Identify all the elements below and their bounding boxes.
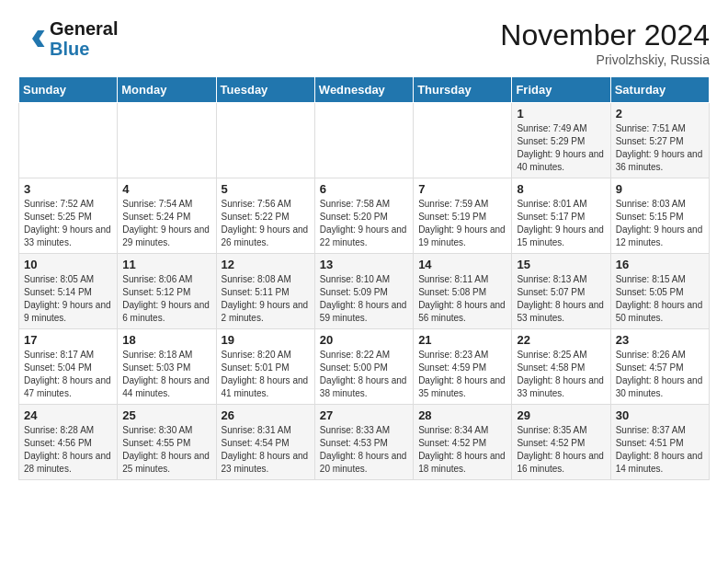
- day-number: 11: [122, 258, 210, 271]
- day-info: Sunrise: 8:18 AM Sunset: 5:03 PM Dayligh…: [122, 349, 210, 400]
- day-info: Sunrise: 8:13 AM Sunset: 5:07 PM Dayligh…: [517, 273, 605, 325]
- day-number: 12: [222, 258, 310, 271]
- day-number: 28: [418, 408, 506, 422]
- calendar-cell: 2Sunrise: 7:51 AM Sunset: 5:27 PM Daylig…: [610, 103, 709, 178]
- day-info: Sunrise: 8:15 AM Sunset: 5:05 PM Dayligh…: [616, 273, 704, 325]
- logo: General Blue: [18, 18, 118, 59]
- day-info: Sunrise: 8:25 AM Sunset: 4:58 PM Dayligh…: [517, 349, 605, 400]
- title-block: November 2024 Privolzhskiy, Russia: [500, 18, 710, 67]
- day-info: Sunrise: 8:23 AM Sunset: 4:59 PM Dayligh…: [418, 349, 506, 400]
- day-number: 25: [122, 408, 210, 422]
- day-number: 26: [222, 408, 310, 422]
- day-number: 24: [24, 408, 112, 422]
- day-number: 6: [320, 182, 408, 196]
- day-number: 16: [616, 258, 704, 271]
- page-header: General Blue November 2024 Privolzhskiy,…: [18, 18, 710, 67]
- calendar-cell: 5Sunrise: 7:56 AM Sunset: 5:22 PM Daylig…: [216, 178, 314, 254]
- day-number: 22: [517, 333, 605, 347]
- day-number: 19: [222, 333, 310, 347]
- calendar-cell: [414, 103, 512, 178]
- weekday-header-sunday: Sunday: [19, 77, 118, 103]
- day-number: 3: [24, 182, 112, 196]
- day-info: Sunrise: 8:01 AM Sunset: 5:17 PM Dayligh…: [517, 198, 605, 249]
- day-number: 1: [517, 107, 605, 121]
- day-info: Sunrise: 8:22 AM Sunset: 5:00 PM Dayligh…: [320, 349, 408, 400]
- week-row-3: 10Sunrise: 8:05 AM Sunset: 5:14 PM Dayli…: [19, 254, 710, 329]
- calendar-cell: 15Sunrise: 8:13 AM Sunset: 5:07 PM Dayli…: [512, 254, 610, 329]
- day-number: 29: [517, 408, 605, 422]
- calendar-cell: 3Sunrise: 7:52 AM Sunset: 5:25 PM Daylig…: [19, 178, 118, 254]
- calendar-cell: 9Sunrise: 8:03 AM Sunset: 5:15 PM Daylig…: [610, 178, 709, 254]
- calendar-cell: [216, 103, 314, 178]
- weekday-header-monday: Monday: [118, 77, 216, 103]
- day-number: 20: [320, 333, 408, 347]
- calendar-cell: 30Sunrise: 8:37 AM Sunset: 4:51 PM Dayli…: [610, 405, 709, 480]
- day-number: 2: [616, 107, 704, 121]
- week-row-4: 17Sunrise: 8:17 AM Sunset: 5:04 PM Dayli…: [19, 329, 710, 405]
- weekday-header-friday: Friday: [512, 77, 610, 103]
- calendar-cell: 18Sunrise: 8:18 AM Sunset: 5:03 PM Dayli…: [118, 329, 216, 405]
- day-number: 21: [418, 333, 506, 347]
- logo-icon: [18, 25, 46, 52]
- calendar-cell: [118, 103, 216, 178]
- day-info: Sunrise: 8:11 AM Sunset: 5:08 PM Dayligh…: [418, 273, 506, 325]
- week-row-5: 24Sunrise: 8:28 AM Sunset: 4:56 PM Dayli…: [19, 405, 710, 480]
- day-number: 7: [418, 182, 506, 196]
- location: Privolzhskiy, Russia: [500, 52, 710, 67]
- calendar-cell: 13Sunrise: 8:10 AM Sunset: 5:09 PM Dayli…: [314, 254, 413, 329]
- day-info: Sunrise: 8:31 AM Sunset: 4:54 PM Dayligh…: [222, 424, 310, 476]
- day-info: Sunrise: 8:33 AM Sunset: 4:53 PM Dayligh…: [320, 424, 408, 476]
- calendar-cell: 16Sunrise: 8:15 AM Sunset: 5:05 PM Dayli…: [610, 254, 709, 329]
- calendar-cell: 14Sunrise: 8:11 AM Sunset: 5:08 PM Dayli…: [414, 254, 512, 329]
- day-info: Sunrise: 8:35 AM Sunset: 4:52 PM Dayligh…: [517, 424, 605, 476]
- weekday-header-saturday: Saturday: [610, 77, 709, 103]
- day-number: 10: [24, 258, 112, 271]
- weekday-header-wednesday: Wednesday: [314, 77, 413, 103]
- day-info: Sunrise: 8:08 AM Sunset: 5:11 PM Dayligh…: [222, 273, 310, 325]
- calendar-cell: 8Sunrise: 8:01 AM Sunset: 5:17 PM Daylig…: [512, 178, 610, 254]
- day-info: Sunrise: 8:34 AM Sunset: 4:52 PM Dayligh…: [418, 424, 506, 476]
- week-row-1: 1Sunrise: 7:49 AM Sunset: 5:29 PM Daylig…: [19, 103, 710, 178]
- calendar-table: SundayMondayTuesdayWednesdayThursdayFrid…: [18, 76, 710, 480]
- day-number: 8: [517, 182, 605, 196]
- day-number: 5: [222, 182, 310, 196]
- day-info: Sunrise: 8:10 AM Sunset: 5:09 PM Dayligh…: [320, 273, 408, 325]
- day-number: 27: [320, 408, 408, 422]
- day-info: Sunrise: 8:26 AM Sunset: 4:57 PM Dayligh…: [616, 349, 704, 400]
- calendar-cell: 28Sunrise: 8:34 AM Sunset: 4:52 PM Dayli…: [414, 405, 512, 480]
- day-info: Sunrise: 8:28 AM Sunset: 4:56 PM Dayligh…: [24, 424, 112, 476]
- calendar-cell: 4Sunrise: 7:54 AM Sunset: 5:24 PM Daylig…: [118, 178, 216, 254]
- calendar-cell: 26Sunrise: 8:31 AM Sunset: 4:54 PM Dayli…: [216, 405, 314, 480]
- weekday-header-tuesday: Tuesday: [216, 77, 314, 103]
- calendar-cell: 23Sunrise: 8:26 AM Sunset: 4:57 PM Dayli…: [610, 329, 709, 405]
- day-info: Sunrise: 7:52 AM Sunset: 5:25 PM Dayligh…: [24, 198, 112, 249]
- calendar-cell: 11Sunrise: 8:06 AM Sunset: 5:12 PM Dayli…: [118, 254, 216, 329]
- calendar-cell: 6Sunrise: 7:58 AM Sunset: 5:20 PM Daylig…: [314, 178, 413, 254]
- day-number: 17: [24, 333, 112, 347]
- day-number: 14: [418, 258, 506, 271]
- month-title: November 2024: [500, 18, 710, 52]
- calendar-cell: 19Sunrise: 8:20 AM Sunset: 5:01 PM Dayli…: [216, 329, 314, 405]
- calendar-cell: 21Sunrise: 8:23 AM Sunset: 4:59 PM Dayli…: [414, 329, 512, 405]
- calendar-cell: 27Sunrise: 8:33 AM Sunset: 4:53 PM Dayli…: [314, 405, 413, 480]
- day-info: Sunrise: 8:17 AM Sunset: 5:04 PM Dayligh…: [24, 349, 112, 400]
- calendar-cell: 20Sunrise: 8:22 AM Sunset: 5:00 PM Dayli…: [314, 329, 413, 405]
- calendar-cell: 10Sunrise: 8:05 AM Sunset: 5:14 PM Dayli…: [19, 254, 118, 329]
- calendar-cell: 22Sunrise: 8:25 AM Sunset: 4:58 PM Dayli…: [512, 329, 610, 405]
- day-info: Sunrise: 8:05 AM Sunset: 5:14 PM Dayligh…: [24, 273, 112, 325]
- day-info: Sunrise: 8:03 AM Sunset: 5:15 PM Dayligh…: [616, 198, 704, 249]
- day-info: Sunrise: 7:49 AM Sunset: 5:29 PM Dayligh…: [517, 122, 605, 174]
- day-number: 18: [122, 333, 210, 347]
- day-info: Sunrise: 7:59 AM Sunset: 5:19 PM Dayligh…: [418, 198, 506, 249]
- week-row-2: 3Sunrise: 7:52 AM Sunset: 5:25 PM Daylig…: [19, 178, 710, 254]
- day-number: 13: [320, 258, 408, 271]
- day-info: Sunrise: 8:20 AM Sunset: 5:01 PM Dayligh…: [222, 349, 310, 400]
- calendar-cell: [314, 103, 413, 178]
- day-number: 9: [616, 182, 704, 196]
- calendar-cell: 7Sunrise: 7:59 AM Sunset: 5:19 PM Daylig…: [414, 178, 512, 254]
- day-info: Sunrise: 7:54 AM Sunset: 5:24 PM Dayligh…: [122, 198, 210, 249]
- calendar-cell: 29Sunrise: 8:35 AM Sunset: 4:52 PM Dayli…: [512, 405, 610, 480]
- day-number: 30: [616, 408, 704, 422]
- day-number: 4: [122, 182, 210, 196]
- calendar-cell: 25Sunrise: 8:30 AM Sunset: 4:55 PM Dayli…: [118, 405, 216, 480]
